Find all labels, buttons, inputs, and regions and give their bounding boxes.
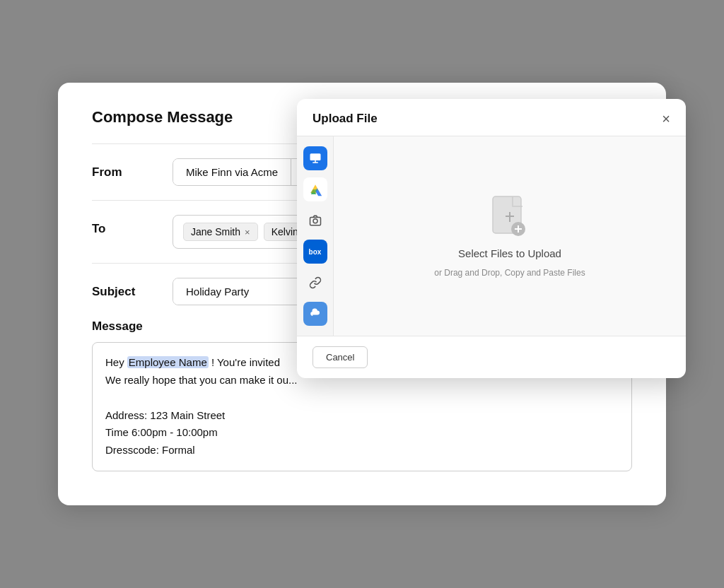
- google-drive-icon[interactable]: [303, 177, 327, 201]
- upload-modal-footer: Cancel: [297, 336, 686, 378]
- upload-modal: Upload File × box: [297, 99, 686, 378]
- from-label: From: [92, 158, 156, 180]
- svg-point-2: [313, 219, 317, 223]
- remove-jane-smith[interactable]: ×: [245, 228, 250, 237]
- recipient-name: Jane Smith: [191, 226, 240, 237]
- message-before-highlight: Hey: [105, 356, 127, 368]
- subject-label: Subject: [92, 278, 156, 299]
- onedrive-icon[interactable]: [303, 302, 327, 326]
- upload-drop-area[interactable]: Select Files to Upload or Drag and Drop,…: [334, 136, 686, 336]
- computer-icon[interactable]: [303, 146, 327, 170]
- message-after-highlight: ! You're invited: [209, 356, 280, 368]
- from-name: Mike Finn via Acme: [173, 159, 291, 185]
- message-highlight: Employee Name: [127, 356, 209, 368]
- to-label: To: [92, 215, 156, 236]
- box-cloud-icon[interactable]: box: [303, 240, 327, 264]
- upload-close-button[interactable]: ×: [662, 112, 670, 126]
- message-line5: Time 6:00pm - 10:00pm: [105, 424, 619, 442]
- link-icon[interactable]: [303, 271, 327, 295]
- upload-select-text: Select Files to Upload: [458, 247, 561, 259]
- upload-modal-header: Upload File ×: [297, 99, 686, 136]
- upload-sidebar: box: [297, 136, 334, 336]
- svg-rect-0: [310, 153, 320, 160]
- recipient-tag-jane-smith: Jane Smith ×: [183, 223, 258, 241]
- upload-drag-text: or Drag and Drop, Copy and Paste Files: [434, 268, 585, 278]
- cancel-button[interactable]: Cancel: [313, 346, 368, 368]
- upload-file-icon: [491, 195, 528, 239]
- message-line4: Address: 123 Main Street: [105, 407, 619, 425]
- camera-icon[interactable]: [303, 208, 327, 233]
- upload-body: box Select Files: [297, 136, 686, 336]
- upload-modal-title: Upload File: [313, 112, 378, 126]
- message-line6: Dresscode: Formal: [105, 442, 619, 459]
